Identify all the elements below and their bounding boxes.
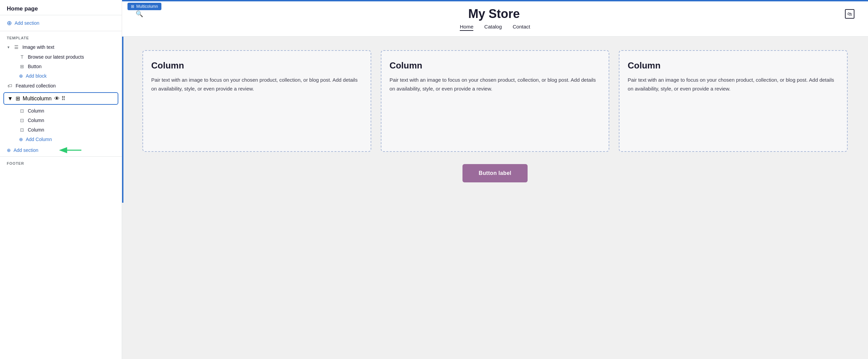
column-icon-3: ⊡ xyxy=(19,127,25,133)
plus-icon-bottom: ⊕ xyxy=(7,147,11,153)
page-title: Home page xyxy=(0,0,122,15)
store-canvas: ⊞ Multicolumn 🔍 My Store 🛍 Home Catalog … xyxy=(122,1,868,359)
text-icon: T xyxy=(19,54,25,60)
featured-collection-label: Featured collection xyxy=(16,83,115,88)
plus-icon-block: ⊕ xyxy=(19,73,23,79)
store-header: 🔍 My Store 🛍 Home Catalog Contact xyxy=(122,1,868,37)
multicolumn-badge: ⊞ Multicolumn xyxy=(127,3,161,10)
visibility-icon[interactable]: 👁 xyxy=(54,96,60,101)
column1-label: Column xyxy=(28,108,44,114)
main-canvas: ⊞ Multicolumn 🔍 My Store 🛍 Home Catalog … xyxy=(122,0,868,359)
column-title-3: Column xyxy=(628,60,839,71)
sidebar-item-featured-collection[interactable]: 🏷 Featured collection xyxy=(0,81,122,91)
add-column-button[interactable]: ⊕ Add Column xyxy=(0,135,122,144)
column-card-3[interactable]: Column Pair text with an image to focus … xyxy=(619,50,848,152)
image-with-text-label: Image with text xyxy=(22,44,115,50)
nav-item-contact[interactable]: Contact xyxy=(513,24,530,31)
store-title-row: 🔍 My Store 🛍 xyxy=(136,7,854,21)
cart-icon[interactable]: 🛍 xyxy=(845,9,854,19)
columns-grid: Column Pair text with an image to focus … xyxy=(142,50,848,152)
column-icon-2: ⊡ xyxy=(19,118,25,123)
drag-icon[interactable]: ⠿ xyxy=(61,96,65,101)
sidebar-item-column-2[interactable]: ⊡ Column xyxy=(0,116,122,125)
section-left-border xyxy=(122,37,123,203)
add-section-top-label: Add section xyxy=(15,20,39,26)
column3-label: Column xyxy=(28,127,44,133)
store-title: My Store xyxy=(143,7,845,21)
store-nav: Home Catalog Contact xyxy=(460,24,530,31)
add-section-bottom-button[interactable]: ⊕ Add section xyxy=(0,144,122,156)
sidebar-item-button[interactable]: ⊞ Button xyxy=(0,62,122,71)
nav-item-home[interactable]: Home xyxy=(460,24,473,31)
column-text-3: Pair text with an image to focus on your… xyxy=(628,76,839,93)
multicolumn-label: Multicolumn xyxy=(23,96,52,102)
collection-icon: 🏷 xyxy=(7,83,13,88)
plus-icon: ⊕ xyxy=(7,19,12,27)
column-text-2: Pair text with an image to focus on your… xyxy=(390,76,601,93)
sidebar-item-browse-products[interactable]: T Browse our latest products xyxy=(0,52,122,62)
section-content: Column Pair text with an image to focus … xyxy=(122,37,868,203)
add-column-label: Add Column xyxy=(26,137,52,142)
sidebar-item-multicolumn[interactable]: ▼ ⊞ Multicolumn 👁 ⠿ xyxy=(3,92,118,105)
cta-button[interactable]: Button label xyxy=(462,164,528,182)
cta-button-wrap: Button label xyxy=(142,164,848,189)
multicolumn-badge-icon: ⊞ xyxy=(131,4,134,9)
sidebar-item-column-1[interactable]: ⊡ Column xyxy=(0,106,122,116)
sidebar-item-image-with-text[interactable]: ▼ ☰ Image with text xyxy=(0,42,122,52)
add-block-label: Add block xyxy=(26,73,46,79)
button-icon: ⊞ xyxy=(19,64,25,69)
add-section-top-button[interactable]: ⊕ Add section xyxy=(0,15,122,31)
multicolumn-badge-label: Multicolumn xyxy=(136,4,158,9)
browse-products-label: Browse our latest products xyxy=(28,54,84,60)
column-text-1: Pair text with an image to focus on your… xyxy=(151,76,362,93)
column-title-1: Column xyxy=(151,60,362,71)
nav-item-catalog[interactable]: Catalog xyxy=(484,24,502,31)
plus-icon-column: ⊕ xyxy=(19,137,23,142)
add-section-bottom-label: Add section xyxy=(14,147,38,153)
column-card-2[interactable]: Column Pair text with an image to focus … xyxy=(381,50,610,152)
template-label: TEMPLATE xyxy=(0,31,122,42)
multicolumn-actions: 👁 ⠿ xyxy=(54,95,65,102)
column-card-1[interactable]: Column Pair text with an image to focus … xyxy=(142,50,371,152)
caret-icon-multi: ▼ xyxy=(7,96,13,102)
column2-label: Column xyxy=(28,118,44,123)
caret-icon: ▼ xyxy=(7,45,10,49)
multicolumn-icon: ⊞ xyxy=(16,95,20,102)
add-block-button[interactable]: ⊕ Add block xyxy=(0,71,122,81)
sidebar-item-column-3[interactable]: ⊡ Column xyxy=(0,125,122,135)
search-icon[interactable]: 🔍 xyxy=(136,10,143,18)
image-text-icon: ☰ xyxy=(14,44,20,50)
green-arrow-indicator xyxy=(58,145,85,155)
column-title-2: Column xyxy=(390,60,601,71)
column-icon-1: ⊡ xyxy=(19,108,25,114)
button-item-label: Button xyxy=(28,64,41,69)
sidebar: Home page ⊕ Add section TEMPLATE ▼ ☰ Ima… xyxy=(0,0,122,359)
footer-label: FOOTER xyxy=(0,156,122,167)
